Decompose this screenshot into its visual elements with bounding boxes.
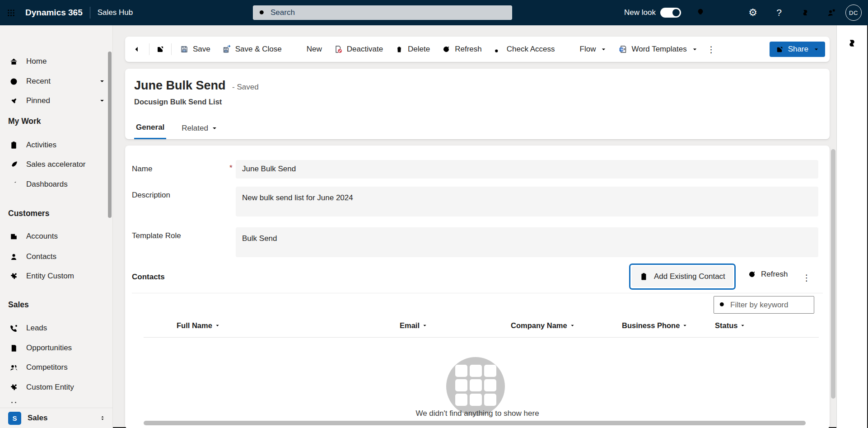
template-role-field[interactable]: Bulk Send xyxy=(236,227,818,257)
sidebar-item-opportunities[interactable]: Opportunities xyxy=(0,339,112,357)
copilot-button[interactable] xyxy=(792,0,818,25)
chevron-down-icon xyxy=(682,323,687,328)
user-avatar[interactable]: DC xyxy=(845,5,862,21)
sidebar-item-contacts[interactable]: Contacts xyxy=(0,248,112,266)
add-existing-contact-button[interactable]: Add Existing Contact xyxy=(632,266,733,287)
sidebar-item-home[interactable]: Home xyxy=(0,52,112,71)
double-chevron-icon xyxy=(99,414,106,422)
copilot-icon[interactable] xyxy=(846,37,858,49)
add-existing-contact-focus-ring: Add Existing Contact xyxy=(629,263,736,290)
subgrid-divider xyxy=(132,293,823,293)
new-look-toggle[interactable] xyxy=(660,8,681,18)
word-templates-button[interactable]: W Word Templates xyxy=(612,41,703,57)
sidebar-item-label: Pinned xyxy=(26,96,50,105)
site-map-sidebar: Home Recent Pinned My Work Activities Sa… xyxy=(0,25,113,428)
save-button[interactable]: Save xyxy=(174,41,216,57)
copilot-icon xyxy=(800,8,810,18)
save-and-close-button[interactable]: Save & Close xyxy=(216,41,288,57)
area-switcher[interactable]: S Sales xyxy=(0,408,112,428)
topbar-divider xyxy=(90,7,90,19)
global-search-box[interactable] xyxy=(253,5,512,20)
sidebar-item-custom-entity[interactable]: Custom Entity xyxy=(0,378,112,396)
sidebar-item-pinned[interactable]: Pinned xyxy=(0,92,112,110)
flow-icon xyxy=(567,45,576,54)
chevron-down-icon[interactable] xyxy=(99,98,105,104)
main-vertical-scrollbar[interactable] xyxy=(831,149,835,399)
flow-button[interactable]: Flow xyxy=(561,41,613,57)
table-header-divider xyxy=(144,337,819,338)
sidebar-scrollbar[interactable] xyxy=(108,52,112,218)
share-button[interactable]: Share xyxy=(770,42,825,57)
description-field[interactable]: New bulk send list for June 2024 xyxy=(236,187,818,216)
plus-icon xyxy=(722,8,732,18)
phone-gear-icon xyxy=(9,324,19,333)
settings-button[interactable]: ⚙ xyxy=(740,0,766,25)
key-icon xyxy=(494,45,503,54)
sidebar-item-sales-accelerator[interactable]: Sales accelerator xyxy=(0,155,112,174)
gear-icon: ⚙ xyxy=(748,8,757,18)
filter-keyword-input[interactable] xyxy=(729,300,814,310)
required-marker: * xyxy=(229,164,233,173)
clock-icon xyxy=(9,77,19,86)
column-header-email[interactable]: Email xyxy=(400,321,427,330)
app-title[interactable]: Dynamics 365 xyxy=(25,8,83,18)
sidebar-item-label: Competitors xyxy=(26,363,68,372)
back-button[interactable] xyxy=(130,41,147,57)
sidebar-item-activities[interactable]: Activities xyxy=(0,136,112,154)
share-icon xyxy=(775,45,784,54)
name-field[interactable]: June Bulk Send xyxy=(236,160,818,179)
save-close-icon xyxy=(222,45,231,54)
new-look-label: New look xyxy=(624,8,656,17)
collapse-sidebar-button[interactable] xyxy=(7,34,21,48)
chevron-down-icon xyxy=(422,323,427,328)
save-icon xyxy=(180,45,189,54)
empty-state-icon xyxy=(446,357,505,416)
sidebar-section-customers: Customers xyxy=(8,209,49,218)
filter-by-keyword-box[interactable] xyxy=(714,296,814,314)
grid-glyph xyxy=(455,365,496,406)
sidebar-item-accounts[interactable]: Accounts xyxy=(0,227,112,245)
horizontal-scrollbar[interactable] xyxy=(144,421,806,425)
deactivate-button[interactable]: Deactivate xyxy=(328,41,389,57)
new-button[interactable]: New xyxy=(288,41,328,57)
tab-related[interactable]: Related xyxy=(180,123,219,139)
chevron-down-icon xyxy=(211,125,218,132)
person-frame-icon xyxy=(826,8,836,18)
delete-button[interactable]: Delete xyxy=(389,41,436,57)
app-area-title[interactable]: Sales Hub xyxy=(98,8,133,17)
sidebar-item-recent[interactable]: Recent xyxy=(0,72,112,90)
ideas-button[interactable] xyxy=(687,0,714,25)
sidebar-item-dashboards[interactable]: Dashboards xyxy=(0,175,112,193)
column-header-business-phone[interactable]: Business Phone xyxy=(622,321,687,330)
field-label-description: Description xyxy=(132,191,170,200)
quick-create-button[interactable] xyxy=(714,0,740,25)
waffle-menu-button[interactable] xyxy=(0,0,22,25)
column-header-status[interactable]: Status xyxy=(715,321,745,330)
more-commands-button[interactable]: ⋮ xyxy=(704,41,719,57)
subgrid-title-contacts: Contacts xyxy=(132,273,165,282)
check-access-button[interactable]: Check Access xyxy=(488,41,561,57)
chevron-down-icon xyxy=(692,47,698,52)
sidebar-item-leads[interactable]: Leads xyxy=(0,319,112,337)
subgrid-more-button[interactable]: ⋮ xyxy=(800,268,813,287)
popout-icon xyxy=(156,45,165,54)
rocket-icon xyxy=(9,160,19,169)
sidebar-item-competitors[interactable]: Competitors xyxy=(0,358,112,376)
tab-general[interactable]: General xyxy=(134,123,166,139)
app-window: Dynamics 365 Sales Hub New look ⚙ ? xyxy=(0,0,868,428)
sidebar-item-label: Recent xyxy=(26,77,51,86)
chevron-down-icon xyxy=(570,323,575,328)
refresh-button[interactable]: Refresh xyxy=(436,41,488,57)
chevron-down-icon[interactable] xyxy=(99,78,105,85)
chevron-down-icon xyxy=(215,323,220,328)
command-bar: Save Save & Close New Deactivate xyxy=(125,37,830,62)
column-header-company-name[interactable]: Company Name xyxy=(511,321,575,330)
subgrid-refresh-button[interactable]: Refresh xyxy=(747,270,788,279)
global-search-input[interactable] xyxy=(270,8,512,18)
column-header-full-name[interactable]: Full Name xyxy=(177,321,220,330)
sidebar-item-entity-custom[interactable]: Entity Custom xyxy=(0,267,112,285)
help-button[interactable]: ? xyxy=(766,0,792,25)
command-divider xyxy=(149,43,149,55)
popout-button[interactable] xyxy=(152,41,169,57)
presence-button[interactable] xyxy=(818,0,845,25)
